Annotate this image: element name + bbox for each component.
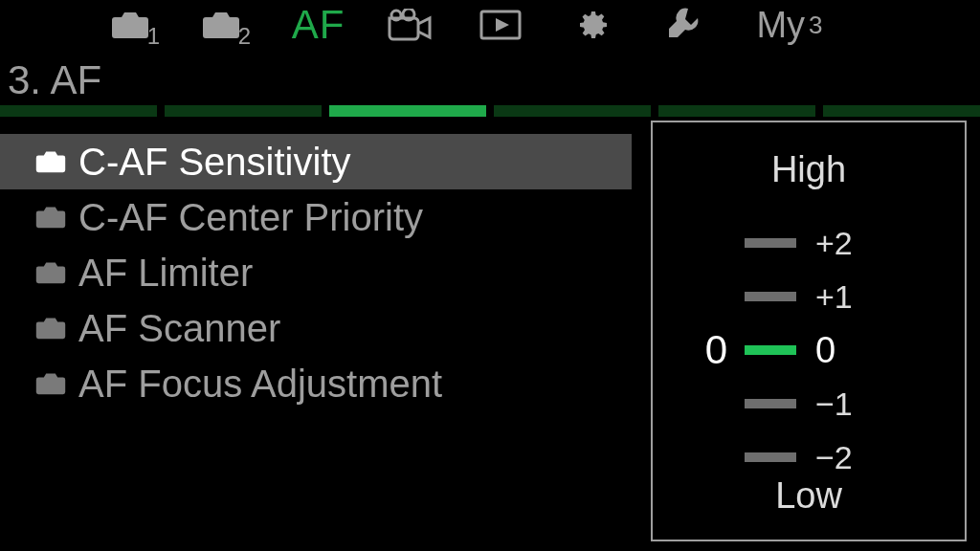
camera-icon [33,206,69,229]
playback-icon [479,10,522,40]
camera-icon [33,317,69,340]
menu-item-label: AF Scanner [78,307,280,350]
tab-playback[interactable] [455,0,546,50]
tab-my-menu[interactable]: My3 [727,0,852,50]
menu-list: C-AF Sensitivity C-AF Center Priority AF… [0,134,632,411]
camera-icon [33,372,69,395]
menu-item-caf-sensitivity[interactable]: C-AF Sensitivity [0,134,632,189]
strip-segment[interactable] [494,105,651,117]
strip-segment[interactable] [329,105,486,117]
menu-item-label: C-AF Center Priority [78,196,423,239]
scale-value: −1 [796,386,965,423]
value-panel: High +2 +1 00 −1 −2 Low [651,121,967,541]
strip-segment[interactable] [0,105,157,117]
section-title: 3. AF [8,57,101,103]
scale-value: +2 [796,225,965,262]
scale-row[interactable]: 00 [653,323,965,377]
tab-my-label: My [756,5,805,46]
menu-item-af-focus-adjustment[interactable]: AF Focus Adjustment [0,356,632,411]
sensitivity-scale[interactable]: +2 +1 00 −1 −2 [653,216,965,484]
strip-segment[interactable] [658,105,815,117]
wrench-icon [666,6,699,44]
strip-segment[interactable] [165,105,322,117]
tab-tools[interactable] [636,0,727,50]
current-value: 0 [653,327,745,373]
menu-item-label: AF Limiter [78,252,253,295]
top-tab-bar: 1 2 AF My3 [0,0,980,50]
tab-af[interactable]: AF [273,0,364,50]
scale-row[interactable]: +2 [653,216,965,270]
scale-value: −2 [796,439,965,476]
scale-tick [745,345,796,355]
gear-icon [572,6,611,44]
tab-camera-2[interactable]: 2 [182,0,273,50]
scale-row[interactable]: −1 [653,377,965,430]
scale-value: 0 [796,330,965,371]
svg-point-0 [391,11,401,20]
tab-camera-2-index: 2 [238,23,251,50]
menu-item-label: C-AF Sensitivity [78,141,351,184]
strip-segment[interactable] [823,105,980,117]
menu-item-af-scanner[interactable]: AF Scanner [0,300,632,356]
scale-tick [745,238,796,248]
page-strip [0,105,980,117]
scale-value: +1 [796,278,965,316]
scale-low-label: Low [653,475,965,517]
menu-item-label: AF Focus Adjustment [78,363,442,406]
tab-video[interactable] [364,0,455,50]
tab-my-index: 3 [809,11,822,40]
tab-settings[interactable] [546,0,636,50]
scale-high-label: High [653,149,965,190]
camera-icon [33,261,69,284]
tab-camera-1[interactable]: 1 [91,0,182,50]
menu-item-caf-center-priority[interactable]: C-AF Center Priority [0,189,632,245]
menu-item-af-limiter[interactable]: AF Limiter [0,245,632,300]
scale-row[interactable]: +1 [653,270,965,323]
tab-camera-1-index: 1 [147,23,160,50]
scale-tick [745,292,796,301]
camera-icon [111,11,149,39]
scale-tick [745,399,796,408]
video-icon [387,9,433,41]
scale-tick [745,452,796,462]
camera-icon [202,11,240,39]
camera-icon [33,150,69,173]
